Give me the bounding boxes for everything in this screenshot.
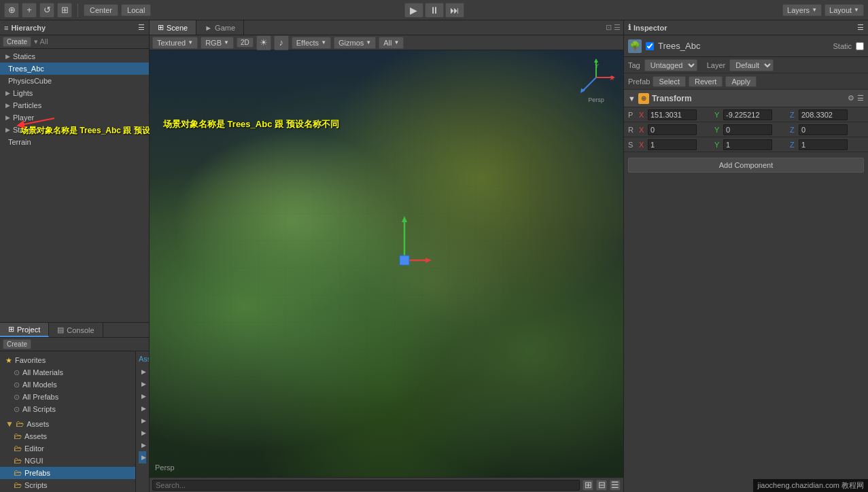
file-particles[interactable]: ▶ 🗁 Particles <box>139 378 146 390</box>
hierarchy-list[interactable]: ▶ Statics Trees_Abc PhysicsCube ▶ Lights… <box>0 49 149 322</box>
layout-dropdown[interactable]: Layout <box>824 4 864 16</box>
project-prefabs-folder[interactable]: 🗁 Prefabs <box>0 467 135 479</box>
file-lights[interactable]: ▶ 🗁 Lights <box>139 366 146 378</box>
hierarchy-item-stamps[interactable]: ▶ Stamps <box>0 124 149 136</box>
file-trees[interactable]: ▶ 🗁 Trees <box>139 451 146 463</box>
scale-z-input[interactable] <box>799 139 848 150</box>
refresh-icon[interactable]: ↺ <box>39 3 54 18</box>
rotation-fields: X Y Z <box>639 124 864 135</box>
prefab-apply-button[interactable]: Apply <box>725 76 757 87</box>
triangle-icon: ▶ <box>141 368 146 375</box>
local-button[interactable]: Local <box>121 4 151 16</box>
hierarchy-header: ≡ Hierarchy ☰ <box>0 20 149 35</box>
hierarchy-all-dropdown[interactable]: ▾ All <box>34 37 48 46</box>
layers-dropdown[interactable]: Layers <box>782 4 822 16</box>
item-label-lights: Lights <box>13 89 33 97</box>
object-active-checkbox[interactable] <box>646 42 654 50</box>
prefab-select-button[interactable]: Select <box>653 76 686 87</box>
rotation-z-input[interactable] <box>799 124 848 135</box>
component-settings-icon[interactable]: ⚙ <box>848 94 854 103</box>
hierarchy-item-statics[interactable]: ▶ Statics <box>0 50 149 63</box>
scene-search-input[interactable] <box>152 480 580 491</box>
project-create-button[interactable]: Create <box>3 339 31 349</box>
hierarchy-options-icon[interactable]: ☰ <box>138 23 145 32</box>
tab-project[interactable]: ⊞ Project <box>0 323 49 337</box>
shading-dropdown[interactable]: Textured <box>152 37 198 49</box>
item-label-particles: Particles <box>13 101 41 109</box>
file-terrain[interactable]: ▶ 🗁 Terrain <box>139 439 146 451</box>
inspector-options-icon[interactable]: ☰ <box>857 23 864 32</box>
breadcrumb-root[interactable]: Assets <box>139 355 149 363</box>
file-physicscube[interactable]: ▶ 🗁 PhysicsCube <box>139 390 146 402</box>
project-all-scripts[interactable]: ⊙ All Scripts <box>0 403 135 415</box>
hierarchy-item-trees-abc[interactable]: Trees_Abc <box>0 63 149 75</box>
menu-icon[interactable]: ☰ <box>610 480 621 491</box>
hierarchy-item-physicscube[interactable]: PhysicsCube <box>0 75 149 87</box>
position-z-field: Z <box>790 109 864 120</box>
component-menu-icon[interactable]: ☰ <box>857 94 864 103</box>
project-ngui-folder[interactable]: 🗁 NGUI <box>0 455 135 467</box>
effects-dropdown[interactable]: Effects <box>292 37 331 49</box>
project-all-models[interactable]: ⊙ All Models <box>0 379 135 391</box>
assets-header[interactable]: ▼ 🗁 Assets <box>0 418 135 430</box>
hierarchy-item-particles[interactable]: ▶ Particles <box>0 99 149 111</box>
hierarchy-item-lights[interactable]: ▶ Lights <box>0 87 149 99</box>
hierarchy-create-button[interactable]: Create <box>3 37 31 47</box>
position-x-input[interactable] <box>648 109 697 120</box>
position-y-input[interactable] <box>723 109 772 120</box>
center-button[interactable]: Center <box>84 4 118 16</box>
step-button[interactable]: ⏭ <box>445 3 464 18</box>
2d-button[interactable]: 2D <box>237 37 254 48</box>
triangle-icon: ▶ <box>141 393 146 400</box>
expand-icon[interactable]: ⊞ <box>57 3 72 18</box>
tab-console[interactable]: ▤ Console <box>49 323 103 337</box>
inspector-tag-row: Tag Untagged Layer Default <box>624 57 868 73</box>
pause-button[interactable]: ⏸ <box>425 3 444 18</box>
all-models-label: All Models <box>22 381 57 389</box>
position-z-input[interactable] <box>799 109 848 120</box>
tab-scene[interactable]: ⊞ Scene <box>150 20 196 35</box>
project-all-materials[interactable]: ⊙ All Materials <box>0 366 135 379</box>
scene-menu-icon[interactable]: ☰ <box>614 23 621 32</box>
scale-y-input[interactable] <box>723 139 772 150</box>
project-editor-folder[interactable]: 🗁 Editor <box>0 442 135 455</box>
file-player[interactable]: ▶ 🗁 Player <box>139 402 146 415</box>
unity-logo-icon[interactable]: ⊕ <box>4 3 19 18</box>
scale-x-input[interactable] <box>648 139 697 150</box>
color-dropdown[interactable]: RGB <box>201 37 234 49</box>
tab-game[interactable]: ► Game <box>196 20 244 35</box>
favorites-label: Favorites <box>15 356 46 364</box>
scene-bottom-icons: ⊞ ⊟ ☰ <box>583 480 621 491</box>
object-type-icon: 🌳 <box>628 39 642 53</box>
add-icon[interactable]: + <box>22 3 37 18</box>
transform-icon: ⊕ <box>638 93 649 104</box>
project-assets-folder[interactable]: 🗁 Assets <box>0 430 135 442</box>
play-button[interactable]: ▶ <box>404 3 423 18</box>
project-all-prefabs[interactable]: ⊙ All Prefabs <box>0 391 135 403</box>
prefab-revert-button[interactable]: Revert <box>689 76 723 87</box>
project-scripts-folder[interactable]: 🗁 Scripts <box>0 479 135 491</box>
position-fields: X Y Z <box>639 109 864 120</box>
gizmos-dropdown[interactable]: Gizmos <box>334 37 376 49</box>
favorites-header[interactable]: ★ Favorites <box>0 354 135 366</box>
rotation-y-input[interactable] <box>723 124 772 135</box>
collapse-icon[interactable]: ⊞ <box>583 480 593 491</box>
expand-all-icon[interactable]: ⊟ <box>596 480 607 491</box>
component-expand-icon[interactable]: ▼ <box>628 94 636 103</box>
all-dropdown[interactable]: All <box>379 37 404 49</box>
rotation-x-input[interactable] <box>648 124 697 135</box>
hierarchy-item-terrain[interactable]: Terrain <box>0 136 149 148</box>
hierarchy-item-player[interactable]: ▶ Player <box>0 111 149 124</box>
prefab-label: Prefab <box>628 77 650 86</box>
hierarchy-label: Hierarchy <box>11 24 46 32</box>
light-icon[interactable]: ☀ <box>256 35 271 50</box>
triangle-icon: ▶ <box>141 442 146 449</box>
scene-view[interactable]: Persp Y X Persp <box>150 50 623 477</box>
tag-dropdown[interactable]: Untagged <box>644 59 697 71</box>
audio-icon[interactable]: ♪ <box>274 35 289 50</box>
scene-maximize-icon[interactable]: ⊡ <box>606 23 612 32</box>
static-checkbox[interactable] <box>856 42 864 50</box>
transform-rotation-row: R X Y Z <box>624 122 868 137</box>
add-component-button[interactable]: Add Component <box>628 158 864 173</box>
layer-dropdown[interactable]: Default <box>729 59 774 71</box>
